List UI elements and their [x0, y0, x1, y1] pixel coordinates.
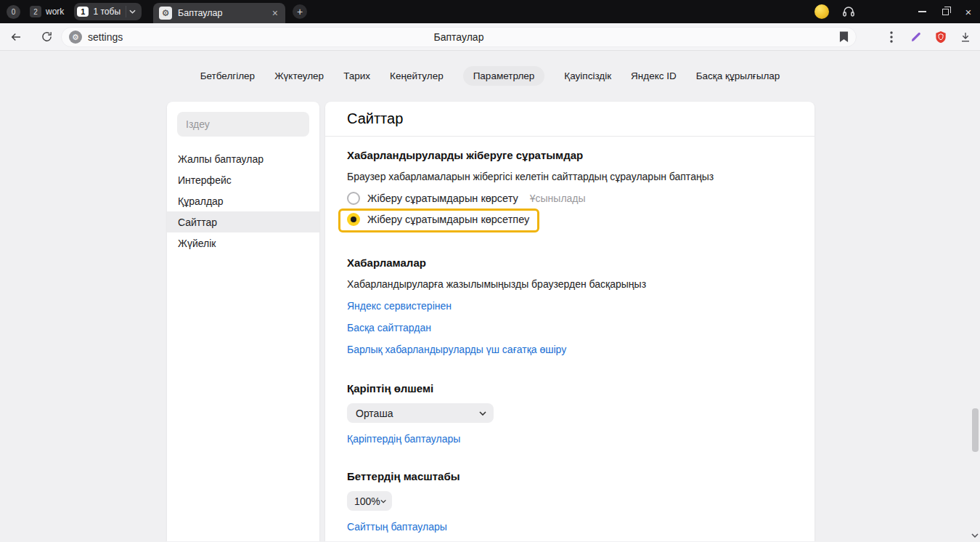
sidebar-item-general[interactable]: Жалпы баптаулар — [167, 148, 319, 169]
close-window-button[interactable]: × — [957, 0, 980, 23]
tab-group-zero[interactable]: 0 — [7, 5, 20, 19]
sidebar-item-tools[interactable]: Құралдар — [167, 190, 319, 211]
page-zoom-select[interactable]: 100% — [347, 491, 392, 511]
section-heading-notifications: Хабарламалар — [347, 256, 793, 269]
menu-icon[interactable] — [889, 7, 900, 16]
sidebar-item-interface[interactable]: Интерфейс — [167, 169, 319, 190]
recommended-hint: Ұсынылады — [530, 193, 586, 204]
download-icon[interactable] — [955, 27, 976, 47]
browser-toolbar: ⚙ settings Баптаулар — [0, 23, 980, 51]
tab-settings[interactable]: ⚙ Баптаулар × — [153, 3, 285, 23]
nav-tab-downloads[interactable]: Жүктеулер — [274, 66, 324, 86]
radio-option-label: Жіберу сұратымдарын көрсету — [367, 193, 518, 204]
bookmark-icon[interactable] — [839, 31, 849, 46]
voice-assistant-icon[interactable] — [842, 5, 855, 18]
page-title-center: Баптаулар — [62, 31, 856, 43]
notifications-description: Хабарландыруларға жазылымыңызды браузерд… — [347, 278, 793, 290]
tab-group-name: work — [46, 7, 64, 17]
section-heading-page-zoom: Беттердің масштабы — [347, 470, 793, 482]
tab-group-zero-count: 0 — [12, 8, 16, 16]
link-font-settings[interactable]: Қаріптердің баптаулары — [347, 433, 460, 445]
settings-nav-tabs: Бетбелгілер Жүктеулер Тарих Кеңейтулер П… — [0, 66, 980, 86]
minimize-button[interactable] — [910, 0, 934, 23]
radio-unselected-icon[interactable] — [347, 192, 360, 205]
page-title: Сайттар — [325, 102, 814, 137]
settings-main-panel: Сайттар Хабарландыруларды жіберуге сұрат… — [325, 102, 814, 541]
tabbar-right-controls: × — [814, 0, 980, 23]
tab-strip: 0 2 work 1 1 тобы ⚙ Баптаулар × + × — [0, 0, 980, 23]
site-favicon: ⚙ — [69, 31, 82, 44]
radio-selected-icon[interactable] — [347, 213, 360, 226]
tab-group-name: 1 тобы — [93, 7, 121, 17]
sidebar-search[interactable] — [177, 112, 309, 137]
link-mute-all-notifications[interactable]: Барлық хабарландыруларды үш сағатқа өшір… — [347, 344, 566, 355]
nav-tab-history[interactable]: Тарих — [343, 66, 370, 86]
scrollbar-thumb[interactable] — [972, 408, 979, 452]
kebab-menu-icon[interactable] — [881, 27, 902, 47]
restore-icon — [942, 9, 949, 15]
link-other-sites[interactable]: Басқа сайттардан — [347, 322, 431, 333]
page-scrollbar[interactable] — [970, 51, 980, 541]
link-site-settings[interactable]: Сайттың баптаулары — [347, 521, 447, 533]
tab-group-current[interactable]: 1 1 тобы — [74, 3, 142, 20]
refresh-button[interactable] — [36, 27, 57, 47]
protect-shield-icon[interactable] — [931, 27, 951, 47]
sidebar-item-system[interactable]: Жүйелік — [167, 232, 319, 254]
annotation-highlight-box: Жіберу сұратымдарын көрсетпеу — [338, 209, 539, 232]
nav-tab-yandex-id[interactable]: Яндекс ID — [631, 66, 677, 86]
nav-tab-security[interactable]: Қауіпсіздік — [564, 66, 611, 86]
font-size-select-value: Орташа — [356, 408, 393, 419]
back-button[interactable] — [6, 27, 26, 47]
tab-group-count-badge: 2 — [30, 6, 41, 17]
address-text: settings — [88, 31, 123, 43]
radio-option-show-requests[interactable]: Жіберу сұратымдарын көрсету Ұсынылады — [347, 192, 793, 205]
scroll-down-icon[interactable] — [971, 531, 979, 540]
tab-group-count-badge: 1 — [77, 7, 89, 17]
radio-option-label: Жіберу сұратымдарын көрсетпеу — [367, 214, 529, 225]
sidebar-item-sites[interactable]: Сайттар — [167, 211, 319, 232]
search-input[interactable] — [186, 118, 301, 130]
gear-icon: ⚙ — [159, 7, 172, 20]
section-heading-push-requests: Хабарландыруларды жіберуге сұратымдар — [347, 149, 793, 161]
pen-edit-icon[interactable] — [906, 27, 926, 47]
font-size-select[interactable]: Орташа — [347, 403, 494, 423]
nav-tab-other-devices[interactable]: Басқа құрылғылар — [696, 66, 780, 86]
chevron-down-icon — [479, 411, 486, 416]
settings-sidebar: Жалпы баптаулар Интерфейс Құралдар Сайтт… — [167, 102, 319, 541]
nav-tab-bookmarks[interactable]: Бетбелгілер — [200, 66, 255, 86]
profile-avatar[interactable] — [814, 4, 829, 19]
toolbar-right-icons — [881, 23, 976, 51]
nav-tab-extensions[interactable]: Кеңейтулер — [390, 66, 444, 86]
settings-page: Бетбелгілер Жүктеулер Тарих Кеңейтулер П… — [0, 51, 980, 541]
tab-title: Баптаулар — [178, 8, 271, 18]
address-bar[interactable]: ⚙ settings Баптаулар — [61, 27, 857, 47]
link-yandex-services[interactable]: Яндекс сервистерінен — [347, 300, 452, 312]
push-requests-description: Браузер хабарламаларын жібергісі келетін… — [347, 171, 793, 182]
page-zoom-select-value: 100% — [354, 496, 380, 507]
radio-option-hide-requests[interactable]: Жіберу сұратымдарын көрсетпеу — [347, 213, 529, 226]
section-heading-font-size: Қаріптің өлшемі — [347, 382, 793, 395]
chevron-down-icon[interactable] — [126, 6, 139, 17]
chevron-down-icon — [380, 499, 386, 503]
close-tab-icon[interactable]: × — [271, 7, 279, 19]
nav-tab-settings[interactable]: Параметрлер — [463, 66, 545, 86]
tab-group-work[interactable]: 2 work — [30, 6, 64, 17]
new-tab-button[interactable]: + — [293, 4, 307, 19]
minimize-icon — [918, 11, 926, 12]
restore-button[interactable] — [934, 0, 957, 23]
